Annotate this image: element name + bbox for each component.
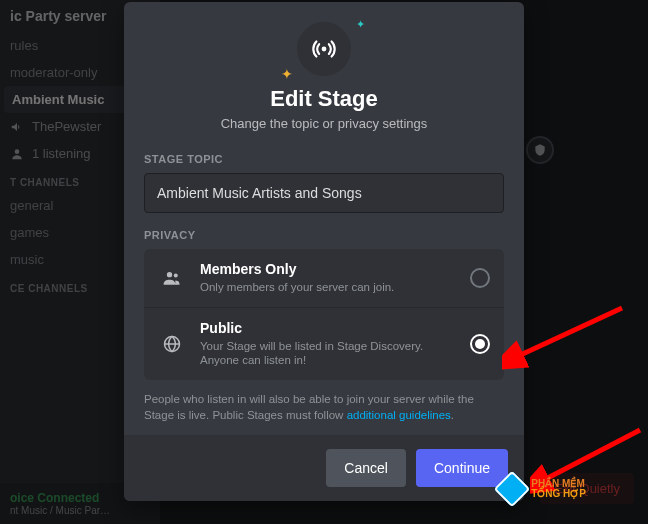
modal-body: ✦ ✦ Edit Stage Change the topic or priva… — [124, 2, 524, 435]
option-title: Members Only — [200, 261, 456, 278]
privacy-note: People who listen in will also be able t… — [144, 392, 504, 423]
modal-subtitle: Change the topic or privacy settings — [221, 116, 428, 131]
stage-topic-label: STAGE TOPIC — [144, 153, 504, 165]
stage-hero-icon: ✦ ✦ — [297, 22, 351, 76]
modal-footer: Cancel Continue — [124, 435, 524, 501]
modal-backdrop[interactable]: ✦ ✦ Edit Stage Change the topic or priva… — [0, 0, 648, 524]
stage-topic-input[interactable] — [144, 173, 504, 213]
globe-icon — [162, 334, 182, 354]
privacy-card: Members Only Only members of your server… — [144, 249, 504, 380]
svg-point-1 — [322, 47, 327, 52]
radio-selected[interactable] — [470, 334, 490, 354]
svg-point-3 — [174, 273, 178, 277]
privacy-option-members-only[interactable]: Members Only Only members of your server… — [144, 249, 504, 307]
modal-title: Edit Stage — [270, 86, 378, 112]
option-title: Public — [200, 320, 456, 337]
edit-stage-modal: ✦ ✦ Edit Stage Change the topic or priva… — [124, 2, 524, 501]
radio-unselected[interactable] — [470, 268, 490, 288]
privacy-label: PRIVACY — [144, 229, 504, 241]
privacy-option-public[interactable]: Public Your Stage will be listed in Stag… — [144, 307, 504, 381]
cancel-button[interactable]: Cancel — [326, 449, 406, 487]
continue-button[interactable]: Continue — [416, 449, 508, 487]
guidelines-link[interactable]: additional guidelines — [347, 409, 451, 421]
svg-point-2 — [167, 272, 172, 277]
option-desc: Your Stage will be listed in Stage Disco… — [200, 339, 456, 369]
sparkle-icon: ✦ — [281, 66, 293, 82]
broadcast-icon — [311, 36, 337, 62]
modal-hero: ✦ ✦ Edit Stage Change the topic or priva… — [144, 22, 504, 143]
option-desc: Only members of your server can join. — [200, 280, 456, 295]
people-icon — [162, 268, 182, 288]
sparkle-icon: ✦ — [356, 18, 365, 31]
